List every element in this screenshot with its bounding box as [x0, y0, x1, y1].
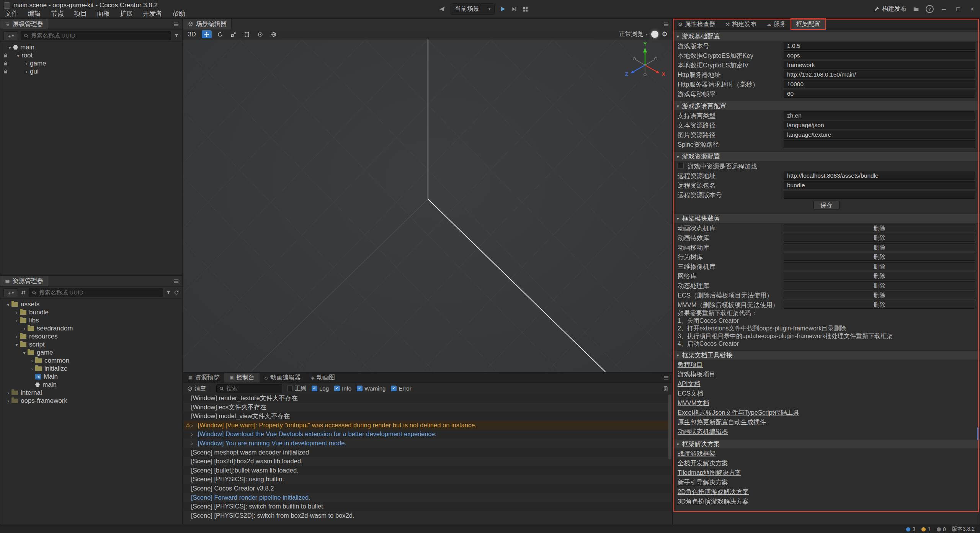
expand-arrow-icon[interactable]: ›: [23, 60, 30, 67]
doc-link[interactable]: Excel格式转Json文件与TypeScript代码工具: [678, 409, 799, 417]
console-tab[interactable]: ◈ 动画图: [306, 373, 340, 383]
inspector-scrollbar[interactable]: [977, 427, 979, 440]
log-filter-checkbox[interactable]: Log: [312, 385, 329, 392]
3d-mode-button[interactable]: 3D: [188, 31, 196, 38]
solution-link[interactable]: 新手引导解决方案: [678, 478, 728, 487]
expand-arrow-icon[interactable]: ›: [191, 440, 193, 446]
log-entry[interactable]: [Window] render_texture文件夹不存在: [183, 394, 672, 403]
log-entry[interactable]: › [Window] You are running Vue in develo…: [183, 439, 672, 448]
close-button[interactable]: ×: [969, 6, 976, 13]
menu-item[interactable]: 节点: [46, 9, 69, 18]
expand-arrow-icon[interactable]: ›: [13, 317, 20, 324]
log-filter-checkbox[interactable]: 正则: [287, 385, 306, 392]
log-entry[interactable]: [Scene] [PHYSICS]: using builtin.: [183, 475, 672, 484]
view-mode-dropdown[interactable]: 正常浏览 ▾: [619, 30, 648, 38]
log-entry[interactable]: [Scene] Cocos Creator v3.8.2: [183, 484, 672, 493]
delete-module-button[interactable]: 删除: [784, 272, 975, 280]
asset-item[interactable]: › common: [0, 356, 182, 365]
log-entry[interactable]: [Scene] Forward render pipeline initiali…: [183, 493, 672, 502]
doc-link[interactable]: 教程项目: [678, 361, 703, 369]
hamburger-menu-icon[interactable]: [173, 21, 179, 27]
move-tool-button[interactable]: [202, 30, 212, 38]
delete-module-button[interactable]: 删除: [784, 253, 975, 261]
hamburger-menu-icon[interactable]: [663, 375, 669, 381]
console-scrollbar[interactable]: [668, 394, 671, 459]
doc-link[interactable]: MVVM文档: [678, 399, 709, 407]
expand-arrow-icon[interactable]: ›: [191, 422, 193, 428]
menu-item[interactable]: 面板: [92, 9, 115, 18]
field-input[interactable]: bundle: [784, 181, 975, 189]
solution-link[interactable]: 战旗游戏框架: [678, 450, 715, 458]
solution-link[interactable]: 3D角色扮演游戏解决方案: [678, 497, 749, 506]
clear-console-button[interactable]: 清空: [187, 385, 206, 392]
menu-item[interactable]: 扩展: [115, 9, 138, 18]
field-input[interactable]: [784, 191, 975, 199]
solution-link[interactable]: 2D角色扮演游戏解决方案: [678, 488, 749, 496]
doc-link[interactable]: ECS文档: [678, 389, 703, 398]
console-search-input[interactable]: 搜索: [216, 384, 282, 392]
section-header-modules[interactable]: ▾ 框架模块裁剪: [673, 214, 980, 223]
field-input[interactable]: language/texture: [784, 131, 975, 139]
field-input[interactable]: 10000: [784, 80, 975, 88]
asset-item[interactable]: ▾ assets: [0, 300, 182, 308]
build-publish-button[interactable]: 构建发布: [874, 5, 906, 13]
hamburger-menu-icon[interactable]: [173, 278, 179, 284]
doc-link[interactable]: API文档: [678, 380, 701, 388]
expand-arrow-icon[interactable]: ›: [13, 309, 20, 316]
inspector-tab[interactable]: ⚒ 构建发布: [720, 19, 762, 29]
rect-tool-button[interactable]: [242, 30, 252, 38]
inspector-tab[interactable]: 框架配置: [791, 19, 825, 29]
menu-item[interactable]: 帮助: [167, 9, 190, 18]
hierarchy-item[interactable]: › game: [0, 59, 182, 67]
expand-arrow-icon[interactable]: ›: [13, 334, 20, 340]
coordinate-tool-button[interactable]: [269, 30, 279, 38]
menu-item[interactable]: 项目: [69, 9, 92, 18]
folder-icon[interactable]: [913, 6, 919, 12]
delete-module-button[interactable]: 删除: [784, 234, 975, 242]
section-header-basic[interactable]: ▾ 游戏基础配置: [673, 32, 980, 41]
solution-link[interactable]: 全栈开发解决方案: [678, 459, 728, 468]
menu-item[interactable]: 开发者: [138, 9, 167, 18]
console-tab[interactable]: ▤ 资源预览: [183, 373, 224, 383]
expand-arrow-icon[interactable]: ›: [5, 398, 11, 404]
delete-module-button[interactable]: 删除: [784, 291, 975, 299]
axis-gizmo[interactable]: Y X Z: [622, 41, 668, 87]
asset-item[interactable]: › libs: [0, 316, 182, 324]
light-toggle-icon[interactable]: [651, 31, 658, 38]
rotate-tool-button[interactable]: [215, 30, 225, 38]
layout-icon[interactable]: [522, 6, 528, 12]
hierarchy-tab[interactable]: 层级管理器: [0, 19, 48, 29]
field-input[interactable]: language/json: [784, 121, 975, 129]
inspector-tab[interactable]: ☁ 服务: [761, 19, 791, 29]
field-input[interactable]: [784, 140, 975, 148]
scene-select-dropdown[interactable]: 当前场景 ▾: [451, 3, 495, 15]
delete-module-button[interactable]: 删除: [784, 262, 975, 270]
asset-item[interactable]: › internal: [0, 389, 182, 397]
add-node-button[interactable]: +▾: [3, 31, 18, 40]
log-filter-checkbox[interactable]: Warning: [357, 385, 385, 392]
play-button[interactable]: [500, 6, 506, 12]
maximize-button[interactable]: □: [954, 6, 962, 13]
expand-arrow-icon[interactable]: ›: [29, 366, 35, 372]
expand-arrow-icon[interactable]: ▾: [7, 44, 13, 51]
field-input[interactable]: 1.0.5: [784, 42, 975, 50]
delete-module-button[interactable]: 删除: [784, 301, 975, 309]
asset-item[interactable]: main: [0, 381, 182, 389]
checkbox-icon[interactable]: [678, 163, 684, 169]
log-entry[interactable]: [Window] ecs文件夹不存在: [183, 403, 672, 412]
menu-item[interactable]: 文件: [0, 9, 23, 18]
doc-link[interactable]: 原生包热更新配置自动生成插件: [678, 418, 766, 427]
hierarchy-item[interactable]: › gui: [0, 67, 182, 75]
log-filter-checkbox[interactable]: Info: [334, 385, 351, 392]
asset-item[interactable]: Main: [0, 373, 182, 381]
log-filter-checkbox[interactable]: Error: [391, 385, 411, 392]
inspector-tab[interactable]: ⚙ 属性检查器: [673, 19, 720, 29]
expand-arrow-icon[interactable]: ›: [191, 431, 193, 437]
expand-arrow-icon[interactable]: ›: [23, 69, 30, 75]
field-input[interactable]: 60: [784, 90, 975, 98]
solution-link[interactable]: Tiledmap地图解决方案: [678, 469, 741, 477]
assets-search-input[interactable]: 搜索名称或 UUID: [29, 288, 163, 297]
expand-arrow-icon[interactable]: ›: [5, 390, 11, 396]
expand-arrow-icon[interactable]: ▾: [21, 350, 28, 356]
section-header-solutions[interactable]: ▾ 框架解决方案: [673, 440, 980, 449]
